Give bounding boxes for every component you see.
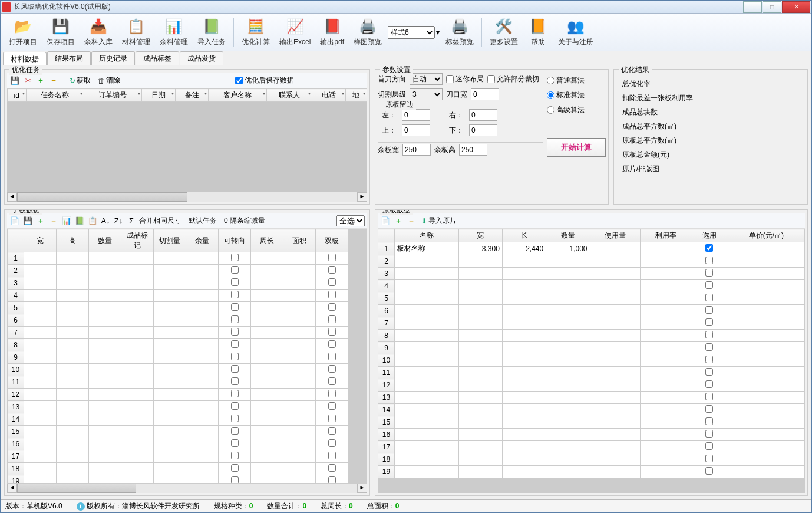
table-row[interactable]: 5 bbox=[8, 302, 348, 314]
col-header[interactable]: 切割量 bbox=[154, 229, 186, 252]
table-row[interactable]: 17 bbox=[378, 441, 805, 453]
algo-normal-radio[interactable]: 普通算法 bbox=[547, 75, 606, 86]
clear-button[interactable]: 🗑清除 bbox=[95, 75, 123, 86]
col-header[interactable]: 客户名称▾ bbox=[209, 89, 266, 102]
table-row[interactable]: 14 bbox=[8, 413, 348, 426]
col-header[interactable]: 数量 bbox=[546, 229, 590, 242]
col-header[interactable]: 宽 bbox=[24, 229, 57, 252]
table-row[interactable]: 7 bbox=[378, 317, 805, 330]
scrap-w-input[interactable] bbox=[402, 144, 431, 156]
save-icon[interactable]: 💾 bbox=[22, 216, 33, 226]
preview-sample-button[interactable]: 🖨️样图预览 bbox=[350, 16, 385, 48]
table-row[interactable]: 3 bbox=[378, 268, 805, 280]
help-button[interactable]: 📙帮助 bbox=[524, 16, 552, 48]
tab-1[interactable]: 结果布局 bbox=[47, 51, 91, 65]
import-task-button[interactable]: 📗导入任务 bbox=[194, 16, 229, 48]
material-manage-button[interactable]: 📋材料管理 bbox=[118, 16, 154, 48]
export-excel-button[interactable]: 📈输出Excel bbox=[276, 16, 314, 48]
tab-0[interactable]: 材料数据 bbox=[3, 52, 47, 65]
sort-asc-icon[interactable]: A↓ bbox=[100, 216, 111, 226]
optimize-button[interactable]: 🧮优化计算 bbox=[238, 16, 273, 48]
table-row[interactable]: 16 bbox=[8, 438, 348, 450]
export-icon[interactable]: 📗 bbox=[74, 216, 85, 226]
maximize-button[interactable]: □ bbox=[763, 1, 781, 13]
table-row[interactable]: 4 bbox=[8, 290, 348, 302]
table-row[interactable]: 8 bbox=[8, 339, 348, 351]
cut-levels-select[interactable]: 3 bbox=[410, 88, 443, 100]
preview-label-button[interactable]: 🖨️标签预览 bbox=[442, 16, 477, 48]
paste-icon[interactable]: 📋 bbox=[87, 216, 98, 226]
task-hscrollbar[interactable]: ◄► bbox=[7, 192, 367, 202]
table-row[interactable]: 15 bbox=[378, 416, 805, 429]
table-row[interactable]: 6 bbox=[8, 314, 348, 327]
sum-icon[interactable]: Σ bbox=[126, 216, 137, 226]
table-row[interactable]: 6 bbox=[378, 305, 805, 317]
table-row[interactable]: 19 bbox=[8, 475, 348, 484]
col-header[interactable]: 选用 bbox=[691, 229, 728, 242]
table-row[interactable]: 3 bbox=[8, 277, 348, 290]
col-header[interactable]: 日期▾ bbox=[141, 89, 175, 102]
table-row[interactable]: 2 bbox=[8, 265, 348, 277]
add-icon[interactable]: + bbox=[35, 216, 46, 226]
remove-icon[interactable]: − bbox=[406, 216, 417, 226]
import-icon[interactable]: 📊 bbox=[61, 216, 72, 226]
add-icon[interactable]: + bbox=[35, 75, 46, 86]
table-row[interactable]: 9 bbox=[378, 342, 805, 354]
tab-3[interactable]: 成品标签 bbox=[136, 51, 179, 65]
margin-right-input[interactable] bbox=[469, 109, 497, 121]
col-header[interactable]: 名称 bbox=[395, 229, 459, 242]
export-pdf-button[interactable]: 📕输出pdf bbox=[316, 16, 348, 48]
sub-hscrollbar[interactable]: ◄► bbox=[7, 483, 367, 493]
orig-grid[interactable]: 名称宽长数量使用量利用率选用单价(元/㎡)1板材名称3,3002,4401,00… bbox=[378, 229, 805, 478]
new-icon[interactable]: 📄 bbox=[9, 216, 20, 226]
algo-standard-radio[interactable]: 标准算法 bbox=[547, 90, 606, 100]
save-project-button[interactable]: 💾保存项目 bbox=[43, 16, 78, 48]
table-row[interactable]: 14 bbox=[378, 404, 805, 416]
margin-top-input[interactable] bbox=[402, 124, 430, 136]
col-header[interactable]: 使用量 bbox=[590, 229, 641, 242]
col-header[interactable]: 宽 bbox=[458, 229, 502, 242]
allow-partial-checkbox[interactable]: 允许部分裁切 bbox=[487, 74, 539, 84]
table-row[interactable]: 10 bbox=[378, 354, 805, 367]
col-header[interactable]: 任务名称▾ bbox=[26, 89, 84, 102]
table-row[interactable]: 1板材名称3,3002,4401,000 bbox=[378, 242, 805, 255]
table-row[interactable]: 12 bbox=[8, 389, 348, 401]
col-header[interactable]: 电话▾ bbox=[312, 89, 346, 102]
col-header[interactable]: 订单编号▾ bbox=[84, 89, 141, 102]
col-header[interactable]: id▾ bbox=[8, 89, 27, 102]
table-row[interactable]: 16 bbox=[378, 429, 805, 441]
col-header[interactable]: 双玻 bbox=[316, 229, 348, 252]
table-row[interactable]: 8 bbox=[378, 330, 805, 342]
col-header[interactable]: 备注▾ bbox=[175, 89, 209, 102]
col-header[interactable]: 高 bbox=[57, 229, 89, 252]
table-row[interactable]: 10 bbox=[8, 364, 348, 376]
col-header[interactable]: 成品标记 bbox=[121, 229, 154, 252]
margin-bottom-input[interactable] bbox=[469, 124, 497, 136]
save-after-opt-checkbox[interactable]: 优化后保存数据 bbox=[235, 75, 294, 86]
algo-advanced-radio[interactable]: 高级算法 bbox=[547, 105, 606, 115]
sort-desc-icon[interactable]: Z↓ bbox=[113, 216, 124, 226]
close-button[interactable]: ✕ bbox=[782, 1, 810, 13]
table-row[interactable]: 9 bbox=[8, 351, 348, 364]
scrap-manage-button[interactable]: 📊余料管理 bbox=[156, 16, 192, 48]
table-row[interactable]: 5 bbox=[378, 292, 805, 305]
minimize-button[interactable]: — bbox=[743, 1, 762, 13]
table-row[interactable]: 19 bbox=[378, 466, 805, 478]
col-header[interactable]: 地▾ bbox=[345, 89, 367, 102]
save-icon[interactable]: 💾 bbox=[9, 75, 20, 86]
table-row[interactable]: 18 bbox=[378, 453, 805, 466]
table-row[interactable]: 12 bbox=[378, 379, 805, 392]
style-select[interactable]: 样式6 bbox=[388, 26, 435, 39]
col-header[interactable]: 利用率 bbox=[641, 229, 691, 242]
open-project-button[interactable]: 📂打开项目 bbox=[5, 16, 41, 48]
scrap-h-input[interactable] bbox=[459, 144, 487, 156]
select-all-dropdown[interactable]: 全选 bbox=[336, 215, 365, 226]
col-header[interactable]: 单价(元/㎡) bbox=[728, 229, 804, 242]
col-header[interactable]: 可转向 bbox=[219, 229, 251, 252]
task-grid[interactable]: id▾任务名称▾订单编号▾日期▾备注▾客户名称▾联系人▾电话▾地▾ bbox=[7, 88, 367, 102]
first-cut-select[interactable]: 自动 bbox=[410, 73, 443, 85]
col-header[interactable]: 余量 bbox=[186, 229, 219, 252]
more-settings-button[interactable]: 🛠️更多设置 bbox=[486, 16, 521, 48]
col-header[interactable]: 联系人▾ bbox=[266, 89, 312, 102]
table-row[interactable]: 17 bbox=[8, 450, 348, 463]
